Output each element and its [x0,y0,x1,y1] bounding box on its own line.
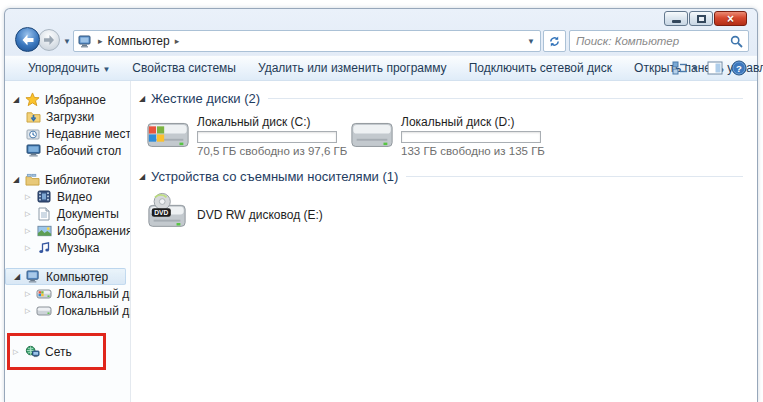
search-box [569,30,749,52]
capacity-bar [401,131,541,143]
group-expander-icon[interactable]: ◢ [139,172,151,181]
help-button[interactable]: ? [731,60,747,76]
map-network-drive-button[interactable]: Подключить сетевой диск [458,61,623,75]
hard-disks-row: Локальный диск (C:) 70,5 ГБ свободно из … [143,112,747,159]
sidebar-item-documents[interactable]: ▷ Документы [5,205,130,222]
drive-d-meta: Локальный диск (D:) 133 ГБ свободно из 1… [401,114,545,157]
sidebar-item-local-disk-c[interactable]: ▷ Локальный диск (C [5,285,130,302]
window-controls: × [663,11,747,26]
sidebar-item-label: Сеть [45,345,72,359]
group-title[interactable]: Жесткие диски (2) [151,91,260,106]
minimize-button[interactable] [664,11,688,26]
sidebar-item-videos[interactable]: ▷ Видео [5,188,130,205]
forward-button[interactable] [38,29,60,51]
expander-collapsed-icon[interactable]: ▷ [25,244,36,252]
search-icon[interactable] [730,35,743,48]
navigation-pane: ◢ Избранное Загрузки Недавние места [5,81,131,402]
sidebar-item-favorites[interactable]: ◢ Избранное [5,91,130,108]
group-header-hard-disks[interactable]: ◢ Жесткие диски (2) [139,91,747,106]
preview-pane-button[interactable] [707,61,723,75]
group-header-removable[interactable]: ◢ Устройства со съемными носителями (1) [139,169,747,184]
refresh-icon [548,35,561,48]
breadcrumb-computer[interactable]: Компьютер [108,34,170,48]
expander-collapsed-icon[interactable]: ▷ [25,193,36,201]
expander-collapsed-icon[interactable]: ▷ [25,210,36,218]
expander-collapsed-icon[interactable]: ▷ [25,307,36,315]
sidebar-item-downloads[interactable]: Загрузки [5,108,130,125]
videos-icon [36,189,52,205]
sidebar-item-network[interactable]: ▷ Сеть [5,343,130,360]
uninstall-program-button[interactable]: Удалить или изменить программу [247,61,458,75]
libraries-icon [24,172,40,188]
sidebar-item-label: Избранное [45,93,106,107]
free-space-text: 133 ГБ свободно из 135 ГБ [401,145,545,157]
dvd-drive-tile[interactable]: DVD DVD RW дисковод (E:) [143,190,747,239]
back-button[interactable] [15,27,40,52]
sidebar-item-label: Видео [57,190,92,204]
organize-button[interactable]: Упорядочить▼ [17,61,121,75]
help-icon: ? [731,60,747,76]
items-view: ◢ Жесткие диски (2) [131,81,757,402]
sidebar-item-computer[interactable]: ◢ Компьютер [5,268,126,285]
system-properties-button[interactable]: Свойства системы [121,61,247,75]
hdd-d-icon [36,303,52,319]
sidebar-item-label: Локальный диск (D [57,304,131,318]
drive-name: Локальный диск (D:) [401,115,545,129]
group-divider [406,176,743,177]
views-button[interactable]: ▼ [672,61,699,75]
close-button[interactable]: × [714,11,747,26]
device-name: DVD RW дисковод (E:) [197,208,323,222]
group-title[interactable]: Устройства со съемными носителями (1) [151,169,398,184]
star-icon [24,92,40,108]
expander-collapsed-icon[interactable]: ▷ [13,348,24,356]
sidebar-item-label: Рабочий стол [46,144,121,158]
maximize-icon [697,15,706,23]
recent-places-icon [25,126,41,142]
sidebar-item-libraries[interactable]: ◢ Библиотеки [5,171,130,188]
minimize-icon [672,20,681,23]
command-toolbar: Упорядочить▼ Свойства системы Удалить ил… [5,55,757,81]
forward-arrow-icon [43,35,55,45]
sidebar-gap [5,256,130,268]
sidebar-item-label: Компьютер [46,270,108,284]
sidebar-item-label: Музыка [57,241,99,255]
address-dropdown-button[interactable]: ▼ [522,37,540,46]
navigation-bar: ▼ ▸ Компьютер ▸ ▼ [5,29,757,55]
search-input[interactable] [570,32,730,50]
sidebar-item-desktop[interactable]: Рабочий стол [5,142,130,159]
views-icon [672,61,688,75]
expander-collapsed-icon[interactable]: ▷ [25,227,36,235]
network-section: ▷ Сеть [5,343,130,360]
drive-d-tile[interactable]: Локальный диск (D:) 133 ГБ свободно из 1… [347,112,551,159]
breadcrumb-separator: ▸ [93,36,108,46]
sidebar-gap [5,319,130,331]
music-icon [36,240,52,256]
sidebar-item-local-disk-d[interactable]: ▷ Локальный диск (D [5,302,130,319]
drive-c-tile[interactable]: Локальный диск (C:) 70,5 ГБ свободно из … [143,112,347,159]
chevron-down-icon: ▼ [102,65,110,74]
drive-name: Локальный диск (C:) [197,115,347,129]
close-icon: × [727,13,734,25]
sidebar-gap [5,331,130,343]
expander-collapsed-icon[interactable]: ▷ [25,290,36,298]
expander-expanded-icon[interactable]: ◢ [13,175,24,184]
computer-icon [25,269,41,285]
address-bar[interactable]: ▸ Компьютер ▸ ▼ [73,30,541,52]
desktop-icon [25,143,41,159]
pictures-icon [36,223,52,239]
group-expander-icon[interactable]: ◢ [139,94,151,103]
drive-c-icon [145,114,191,157]
sidebar-item-pictures[interactable]: ▷ Изображения [5,222,130,239]
sidebar-item-recent-places[interactable]: Недавние места [5,125,130,142]
recent-pages-dropdown[interactable]: ▼ [63,37,71,46]
expander-expanded-icon[interactable]: ◢ [13,95,24,104]
refresh-button[interactable] [543,30,566,52]
svg-text:?: ? [736,63,742,74]
expander-expanded-icon[interactable]: ◢ [14,272,25,281]
drive-c-meta: Локальный диск (C:) 70,5 ГБ свободно из … [197,114,347,157]
dvd-drive-icon: DVD [145,192,189,237]
sidebar-item-music[interactable]: ▷ Музыка [5,239,130,256]
title-bar[interactable]: × [5,9,757,29]
explorer-window: × ▼ ▸ Компьютер ▸ ▼ [4,8,758,402]
maximize-button[interactable] [689,11,713,26]
